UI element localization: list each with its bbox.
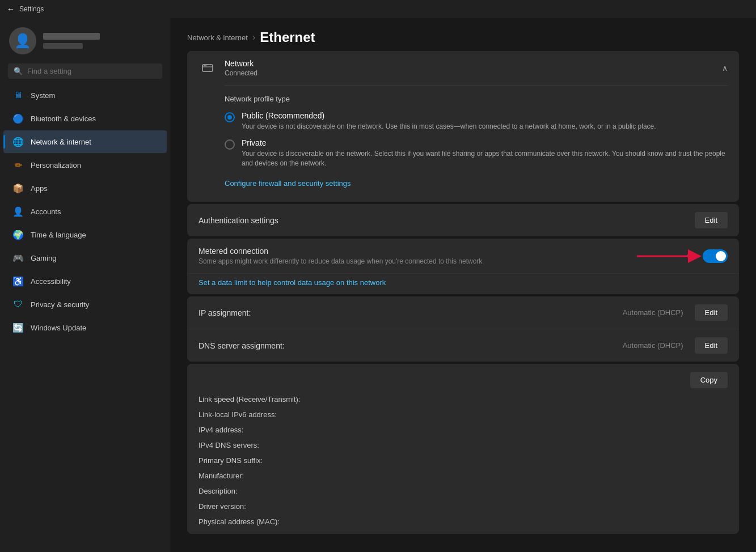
search-box: 🔍	[8, 63, 162, 79]
dns-assignment-row: DNS server assignment: Automatic (DHCP) …	[187, 329, 739, 362]
sidebar-item-label-personalization: Personalization	[31, 161, 81, 169]
titlebar: ← Settings	[0, 0, 756, 18]
sidebar-item-privacy[interactable]: 🛡 Privacy & security	[3, 293, 167, 316]
avatar: 👤	[9, 27, 36, 54]
info-row-7: Driver version:	[187, 499, 739, 514]
ip-assignment-right: Automatic (DHCP) Edit	[623, 304, 728, 321]
sidebar-item-label-accounts: Accounts	[31, 207, 61, 216]
metered-section: Metered connection Some apps might work …	[187, 239, 739, 294]
back-button[interactable]: ←	[7, 5, 15, 14]
network-card-icon	[198, 59, 217, 77]
sidebar-item-label-gaming: Gaming	[31, 254, 57, 262]
sidebar-item-accounts[interactable]: 👤 Accounts	[3, 200, 167, 223]
page-title: Ethernet	[260, 29, 315, 45]
titlebar-title: Settings	[19, 5, 44, 13]
info-label-5: Manufacturer:	[198, 472, 323, 480]
apps-icon: 📦	[12, 182, 24, 194]
data-limit-wrapper: Set a data limit to help control data us…	[187, 274, 739, 294]
network-card-title: Network	[225, 59, 257, 68]
content-inner: Network Connected ∧ Network profile type	[170, 51, 756, 552]
info-label-1: Link-local IPv6 address:	[198, 410, 323, 419]
radio-public[interactable]: Public (Recommended) Your device is not …	[225, 111, 728, 131]
info-label-2: IPv4 address:	[198, 426, 323, 434]
sidebar-item-update[interactable]: 🔄 Windows Update	[3, 316, 167, 339]
profile-type-section: Network profile type Public (Recommended…	[225, 86, 728, 193]
network-card-text: Network Connected	[225, 59, 257, 77]
metered-toggle[interactable]	[703, 249, 728, 263]
user-name-bar2	[43, 43, 83, 49]
radio-private-circle[interactable]	[225, 139, 235, 150]
time-icon: 🌍	[12, 229, 24, 240]
info-label-6: Description:	[198, 487, 323, 495]
info-row-8: Physical address (MAC):	[187, 514, 739, 534]
radio-public-circle[interactable]	[225, 112, 235, 122]
metered-toggle-container: On	[687, 249, 728, 263]
info-row-3: IPv4 DNS servers:	[187, 438, 739, 453]
dns-edit-button[interactable]: Edit	[695, 337, 728, 354]
sidebar: 👤 🔍 🖥 System 🔵 Bluetooth & devices 🌐	[0, 18, 170, 552]
info-row-6: Description:	[187, 483, 739, 499]
info-row-1: Link-local IPv6 address:	[187, 407, 739, 422]
ip-edit-button[interactable]: Edit	[695, 304, 728, 321]
sidebar-item-time[interactable]: 🌍 Time & language	[3, 223, 167, 246]
metered-desc: Some apps might work differently to redu…	[198, 257, 482, 265]
sidebar-item-label-accessibility: Accessibility	[31, 277, 71, 286]
firewall-link[interactable]: Configure firewall and security settings	[225, 179, 351, 188]
network-card-status: Connected	[225, 69, 257, 77]
sidebar-item-apps[interactable]: 📦 Apps	[3, 177, 167, 199]
shield-icon: 🛡	[12, 299, 24, 310]
gaming-icon: 🎮	[12, 252, 24, 264]
dns-assignment-value: Automatic (DHCP)	[623, 341, 683, 350]
info-row-4: Primary DNS suffix:	[187, 453, 739, 468]
sidebar-item-label-update: Windows Update	[31, 324, 86, 332]
info-header: Copy	[187, 364, 739, 392]
sidebar-item-personalization[interactable]: ✏ Personalization	[3, 154, 167, 176]
radio-public-desc: Your device is not discoverable on the n…	[242, 122, 656, 131]
sidebar-item-system[interactable]: 🖥 System	[3, 84, 167, 107]
sidebar-item-label-system: System	[31, 91, 55, 100]
auth-settings-section: Authentication settings Edit	[187, 204, 739, 236]
auth-edit-button[interactable]: Edit	[695, 212, 728, 228]
svg-point-3	[205, 65, 206, 66]
ip-dns-section: IP assignment: Automatic (DHCP) Edit DNS…	[187, 296, 739, 362]
person-icon: 👤	[14, 33, 31, 49]
user-name-bar	[43, 33, 100, 40]
breadcrumb-parent[interactable]: Network & internet	[187, 33, 248, 42]
network-card-header[interactable]: Network Connected ∧	[187, 51, 739, 85]
chevron-up-icon: ∧	[722, 63, 728, 73]
metered-row: Metered connection Some apps might work …	[187, 239, 739, 274]
profile-type-title: Network profile type	[225, 95, 728, 103]
search-icon: 🔍	[14, 67, 23, 75]
info-row-5: Manufacturer:	[187, 468, 739, 483]
system-icon: 🖥	[12, 90, 24, 101]
radio-private[interactable]: Private Your device is discoverable on t…	[225, 138, 728, 168]
sidebar-item-label-time: Time & language	[31, 231, 86, 239]
update-icon: 🔄	[12, 322, 24, 333]
auth-settings-title: Authentication settings	[198, 216, 278, 225]
copy-button[interactable]: Copy	[690, 372, 728, 388]
info-row-0: Link speed (Receive/Transmit):	[187, 392, 739, 407]
toggle-on-label: On	[687, 252, 697, 260]
sidebar-item-gaming[interactable]: 🎮 Gaming	[3, 247, 167, 269]
info-label-3: IPv4 DNS servers:	[198, 441, 323, 449]
personalization-icon: ✏	[12, 159, 24, 171]
info-row-2: IPv4 address:	[187, 422, 739, 438]
network-card-header-left: Network Connected	[198, 59, 257, 77]
network-card: Network Connected ∧ Network profile type	[187, 51, 739, 202]
sidebar-item-network[interactable]: 🌐 Network & internet	[3, 130, 167, 153]
dns-assignment-left: DNS server assignment:	[198, 341, 285, 350]
auth-settings-row: Authentication settings Edit	[187, 204, 739, 236]
data-limit-link[interactable]: Set a data limit to help control data us…	[198, 278, 386, 287]
breadcrumb: Network & internet › Ethernet	[170, 18, 756, 51]
sidebar-item-accessibility[interactable]: ♿ Accessibility	[3, 270, 167, 292]
network-icon-nav: 🌐	[12, 136, 24, 147]
search-input[interactable]	[27, 67, 157, 75]
sidebar-item-label-network: Network & internet	[31, 138, 91, 146]
sidebar-item-bluetooth[interactable]: 🔵 Bluetooth & devices	[3, 107, 167, 130]
ip-assignment-row: IP assignment: Automatic (DHCP) Edit	[187, 296, 739, 329]
breadcrumb-separator: ›	[252, 32, 255, 43]
app-container: 👤 🔍 🖥 System 🔵 Bluetooth & devices 🌐	[0, 18, 756, 552]
radio-public-text: Public (Recommended) Your device is not …	[242, 111, 656, 131]
content-area: Network & internet › Ethernet	[170, 18, 756, 552]
ip-assignment-label: IP assignment:	[198, 308, 251, 317]
